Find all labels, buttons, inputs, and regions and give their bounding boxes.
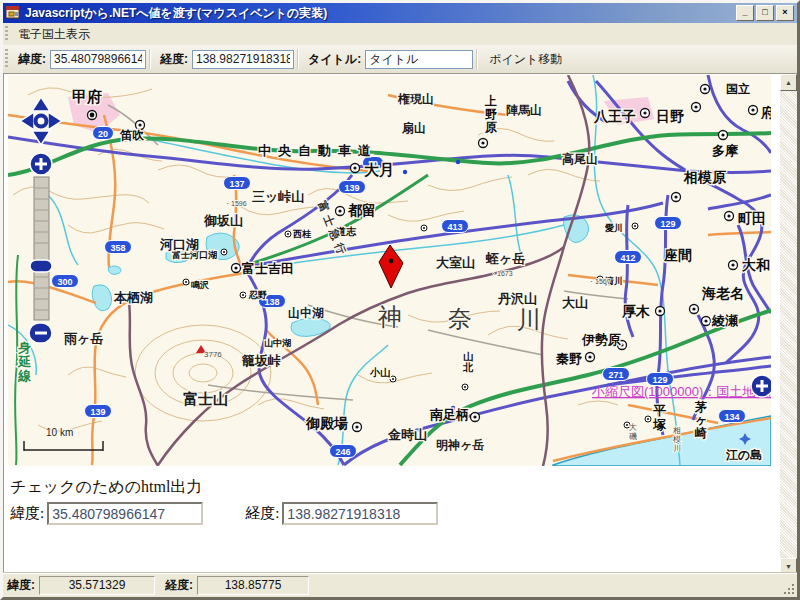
- map-label: 愛川: [605, 223, 623, 233]
- map-label: 上野原: [484, 94, 497, 134]
- menu-item-denshikokudo[interactable]: 電子国土表示: [12, 24, 96, 45]
- map-canvas[interactable]: 2020137139139300358413138246412129129271…: [8, 75, 771, 466]
- maximize-button[interactable]: □: [756, 5, 774, 21]
- map-label: 町田: [738, 210, 766, 226]
- map-label: 国立: [726, 82, 750, 96]
- map-label: 綾瀬: [711, 313, 739, 328]
- map-label: 忍野: [248, 290, 267, 300]
- map-label: 秦野: [556, 351, 582, 366]
- scroll-up-button[interactable]: ▲: [780, 74, 797, 91]
- map-label: ・1567: [588, 278, 611, 285]
- route-badge-number: 300: [57, 277, 72, 287]
- html-output-heading: チェックのためのhtml出力: [10, 477, 710, 498]
- map-label: 伊勢原: [581, 332, 621, 347]
- output-lon-input[interactable]: [282, 502, 438, 525]
- map-label: 海老名: [701, 285, 744, 301]
- route-badge-number: 134: [724, 412, 739, 422]
- map-label: 南足柄: [429, 407, 469, 422]
- status-lat-label: 緯度:: [7, 577, 35, 594]
- map-label: 奈: [448, 305, 472, 332]
- map-label: 平塚: [652, 403, 667, 432]
- map-label: 小山: [369, 367, 390, 378]
- map-label: 笛吹: [119, 128, 145, 142]
- map-label: ・1596: [224, 200, 247, 207]
- route-badge-number: 271: [608, 370, 623, 380]
- minimize-button[interactable]: _: [736, 5, 754, 21]
- map-label: 籠坂峠: [241, 353, 281, 368]
- map-label: 10 km: [46, 427, 73, 438]
- zoom-out-button[interactable]: [29, 323, 52, 343]
- map-label: 鳴沢: [191, 280, 210, 290]
- route-badge-number: 129: [652, 375, 667, 385]
- toolbar-lat-label: 緯度:: [18, 51, 46, 68]
- map-label: 小縮尺図(1000000)：国土地理院: [591, 384, 771, 399]
- map-label: 府: [760, 105, 771, 120]
- map-label: 丹沢山: [497, 291, 537, 306]
- status-bar: 緯度: 35.571329 経度: 138.85775: [3, 573, 797, 597]
- toolbar-separator: [149, 49, 151, 69]
- tool-bar: 緯度: 経度: タイトル: ポイント移動: [3, 45, 797, 73]
- menu-bar: 電子国土表示: [3, 23, 797, 46]
- route-badge-number: 20: [98, 129, 108, 139]
- route-badge-number: 139: [90, 407, 105, 417]
- pan-east-button[interactable]: [751, 375, 771, 397]
- map-label: 日野: [656, 108, 684, 124]
- map-label: 大月: [364, 161, 394, 178]
- map-label: 三ッ峠山: [252, 189, 304, 204]
- map-label: 都留: [347, 202, 376, 218]
- toolbar-separator2: [297, 49, 299, 69]
- route-badge-number: 246: [335, 447, 350, 457]
- map-label: 川: [517, 306, 541, 333]
- map-label: 富士山: [183, 390, 228, 407]
- status-lon-panel: 138.85775: [197, 576, 309, 595]
- toolbar-lon-label: 経度:: [160, 51, 188, 68]
- map-label: 雨ヶ岳: [63, 331, 103, 346]
- map-label: 権現山: [397, 92, 434, 106]
- menu-grip[interactable]: [5, 26, 8, 41]
- move-point-button[interactable]: ポイント移動: [481, 49, 570, 70]
- route-badge-number: 413: [447, 222, 462, 232]
- close-button[interactable]: ×: [776, 5, 794, 21]
- route-badge-number: 412: [620, 253, 635, 263]
- resize-grip[interactable]: [782, 582, 796, 596]
- pan-center-icon: [36, 116, 47, 127]
- html-output-section: チェックのためのhtml出力 緯度: 経度:: [10, 477, 710, 498]
- app-icon: [6, 6, 21, 20]
- route-badge-number: 139: [344, 183, 359, 193]
- output-lat-input[interactable]: [47, 502, 203, 525]
- toolbar-lon-input[interactable]: [192, 50, 294, 69]
- map-label: 高尾山: [562, 152, 598, 166]
- map-label: 本栖湖: [113, 290, 153, 305]
- map-label: 相模原: [683, 169, 727, 185]
- toolbar-title-input[interactable]: [365, 50, 473, 69]
- map-label: 大磯: [629, 423, 637, 441]
- status-lat-panel: 35.571329: [39, 576, 155, 595]
- map-label: 陣馬山: [506, 103, 542, 117]
- map-label: 茅ヶ崎: [694, 400, 707, 440]
- route-badge-number: 129: [660, 219, 675, 229]
- title-bar[interactable]: Javascriptから.NETへ値を渡す(マウスイベントの実装) _ □ ×: [3, 3, 797, 23]
- toolbar-grip[interactable]: [5, 49, 8, 69]
- map-image[interactable]: 2020137139139300358413138246412129129271…: [8, 75, 771, 466]
- road-dot-icon: [403, 170, 407, 174]
- zoom-in-button[interactable]: [30, 153, 52, 175]
- map-label: ・1673: [490, 270, 513, 277]
- map-label: 相模川: [673, 426, 681, 453]
- map-label: 江の島: [725, 448, 762, 462]
- status-lon-label: 経度:: [165, 577, 193, 594]
- route-badge-number: 358: [110, 243, 125, 253]
- road-dot-icon: [456, 160, 460, 164]
- map-label: 多摩: [712, 143, 739, 158]
- app-window: Javascriptから.NETへ値を渡す(マウスイベントの実装) _ □ × …: [0, 0, 800, 600]
- map-label: 河口湖: [159, 237, 199, 252]
- map-browser-panel: 2020137139139300358413138246412129129271…: [3, 73, 797, 576]
- output-lat-label: 緯度:: [10, 504, 44, 523]
- vertical-scrollbar[interactable]: ▲ ▼: [780, 74, 797, 575]
- map-label: 八王子: [593, 108, 636, 124]
- map-label: 富士吉田: [241, 261, 294, 276]
- map-label: 御殿場: [305, 415, 348, 431]
- map-label: 金時山: [387, 427, 427, 442]
- map-label: 西桂: [292, 229, 312, 239]
- toolbar-lat-input[interactable]: [50, 50, 146, 69]
- map-label: 山中湖: [264, 338, 291, 348]
